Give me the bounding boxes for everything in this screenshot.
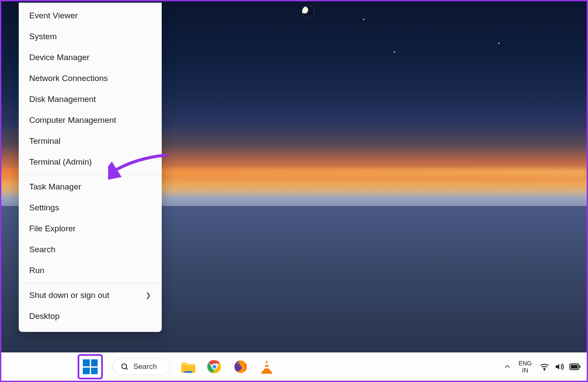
battery-icon[interactable] — [569, 363, 581, 371]
svg-rect-7 — [265, 363, 269, 365]
menu-item-label: System — [29, 32, 57, 41]
menu-disk-management[interactable]: Disk Management — [19, 89, 162, 110]
svg-rect-11 — [579, 365, 580, 368]
menu-item-label: Terminal — [29, 136, 61, 146]
svg-point-5 — [212, 365, 217, 369]
menu-item-label: Network Connections — [29, 74, 108, 83]
svg-rect-2 — [184, 371, 192, 373]
chrome-app[interactable] — [206, 358, 223, 375]
menu-item-label: Computer Management — [29, 115, 116, 125]
menu-separator — [19, 283, 162, 283]
svg-point-9 — [544, 369, 545, 370]
svg-rect-12 — [571, 365, 578, 368]
taskbar: Search — [1, 352, 587, 381]
folder-icon — [180, 360, 196, 374]
menu-item-label: Event Viewer — [29, 11, 78, 20]
chrome-icon — [207, 359, 222, 375]
menu-shutdown[interactable]: Shut down or sign out❯ — [19, 285, 162, 306]
system-tray: ENG IN — [504, 360, 581, 374]
vlc-app[interactable] — [258, 358, 275, 375]
volume-icon[interactable] — [554, 362, 564, 371]
menu-item-label: Desktop — [29, 311, 60, 321]
chevron-right-icon: ❯ — [146, 291, 151, 299]
menu-desktop[interactable]: Desktop — [19, 306, 162, 327]
menu-file-explorer[interactable]: File Explorer — [19, 218, 162, 239]
firefox-icon — [233, 359, 248, 374]
menu-item-label: Shut down or sign out — [29, 291, 109, 300]
menu-event-viewer[interactable]: Event Viewer — [19, 5, 162, 26]
menu-item-label: Search — [29, 245, 55, 254]
menu-item-label: Run — [29, 266, 44, 275]
menu-run[interactable]: Run — [19, 260, 162, 281]
lang-bottom: IN — [519, 367, 532, 374]
vlc-cone-icon — [260, 359, 273, 374]
menu-item-label: Task Manager — [29, 182, 81, 192]
wallpaper-moon — [302, 6, 314, 18]
lang-top: ENG — [519, 360, 532, 367]
search-label: Search — [133, 362, 157, 371]
menu-device-manager[interactable]: Device Manager — [19, 47, 162, 68]
svg-line-1 — [126, 368, 128, 369]
search-icon — [121, 363, 129, 371]
menu-item-label: Device Manager — [29, 53, 89, 62]
annotation-arrow — [108, 152, 173, 182]
windows-logo-icon — [83, 359, 98, 374]
menu-computer-management[interactable]: Computer Management — [19, 110, 162, 131]
firefox-app[interactable] — [232, 358, 249, 375]
menu-network-connections[interactable]: Network Connections — [19, 68, 162, 89]
menu-item-label: Disk Management — [29, 95, 96, 104]
tray-overflow-chevron-icon[interactable] — [504, 363, 511, 370]
svg-point-0 — [122, 364, 126, 368]
menu-search[interactable]: Search — [19, 239, 162, 260]
menu-terminal[interactable]: Terminal — [19, 131, 162, 152]
menu-settings[interactable]: Settings — [19, 197, 162, 218]
language-indicator[interactable]: ENG IN — [519, 360, 532, 374]
menu-item-label: File Explorer — [29, 224, 76, 233]
menu-item-label: Terminal (Admin) — [29, 157, 92, 167]
menu-system[interactable]: System — [19, 26, 162, 47]
start-button[interactable] — [78, 354, 103, 379]
wallpaper-star — [498, 43, 500, 44]
wallpaper-star — [363, 19, 364, 20]
taskbar-search[interactable]: Search — [112, 358, 170, 375]
menu-item-label: Settings — [29, 203, 59, 213]
svg-rect-8 — [264, 367, 269, 368]
wifi-icon[interactable] — [540, 363, 549, 371]
wallpaper-star — [394, 51, 395, 53]
file-explorer-app[interactable] — [180, 358, 197, 375]
